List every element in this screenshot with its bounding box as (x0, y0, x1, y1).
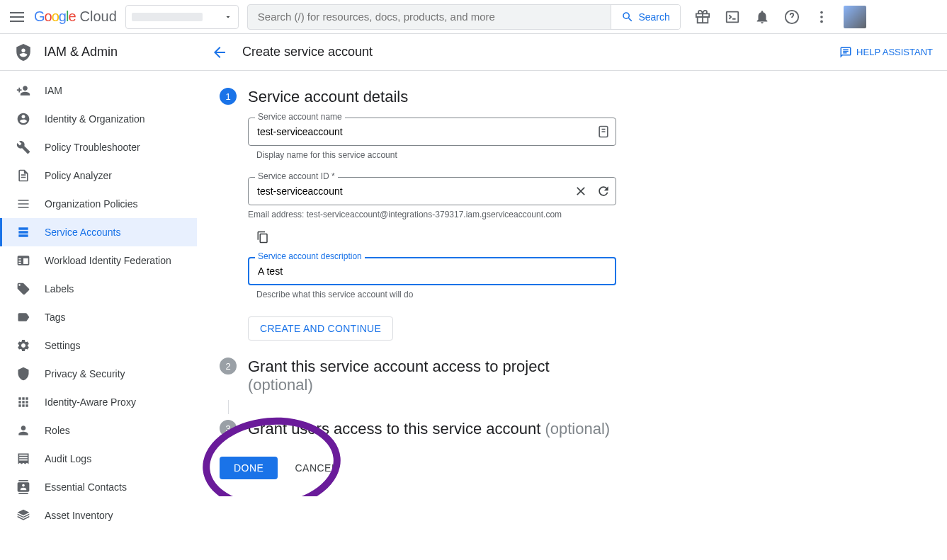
section-header: IAM & Admin (0, 34, 197, 71)
sidebar-item-settings[interactable]: Settings (0, 331, 197, 360)
service-account-icon (16, 225, 30, 239)
name-label: Service account name (255, 112, 345, 122)
account-circle-icon (16, 112, 30, 126)
sidebar-item-privacy-security[interactable]: Privacy & Security (0, 360, 197, 388)
main-content: Create service account HELP ASSISTANT 1 … (197, 34, 947, 560)
sidebar-item-label: Roles (45, 425, 70, 436)
sidebar-item-label: Service Accounts (45, 227, 120, 238)
help-assistant-label: HELP ASSISTANT (856, 47, 933, 57)
sidebar-item-org-policies[interactable]: Organization Policies (0, 190, 197, 218)
sidebar-item-label: Policy Troubleshooter (45, 142, 140, 153)
name-field: Service account name (248, 118, 616, 146)
contact-icon[interactable] (596, 125, 611, 139)
step-1-header: 1 Service account details (220, 88, 930, 106)
description-input[interactable] (248, 257, 616, 285)
document-icon (16, 168, 30, 183)
id-label: Service account ID * (255, 171, 338, 181)
back-arrow-icon[interactable] (211, 44, 228, 61)
search-bar: Search (247, 4, 681, 30)
sidebar-item-label: Identity & Organization (45, 113, 145, 125)
help-icon[interactable] (784, 9, 800, 25)
project-name-placeholder (132, 13, 203, 21)
section-title: IAM & Admin (44, 45, 118, 59)
description-field: Service account description (248, 257, 616, 285)
done-button[interactable]: DONE (220, 457, 278, 479)
step-3-header[interactable]: 3 Grant users access to this service acc… (220, 420, 930, 438)
sidebar-item-policy-analyzer[interactable]: Policy Analyzer (0, 161, 197, 190)
badge-icon (16, 253, 30, 268)
step-2-optional: (optional) (248, 376, 313, 394)
gift-icon[interactable] (695, 9, 710, 25)
step-3-optional: (optional) (545, 420, 610, 438)
refresh-icon[interactable] (596, 184, 611, 198)
sidebar-item-label: Audit Logs (45, 453, 91, 464)
id-input[interactable] (248, 177, 616, 205)
google-cloud-logo[interactable]: Google Cloud (34, 8, 117, 25)
tag-icon (16, 282, 30, 296)
wrench-icon (16, 140, 30, 154)
step-connector (228, 400, 229, 414)
step-2-title: Grant this service account access to pro… (248, 358, 550, 394)
form-section: Service account name Display name for th… (248, 118, 616, 341)
person-add-icon (16, 84, 30, 98)
top-bar: Google Cloud Search (0, 0, 947, 34)
clear-icon[interactable] (574, 184, 588, 198)
email-helper: Email address: test-serviceaccount@integ… (248, 210, 616, 219)
search-input[interactable] (248, 5, 611, 29)
page-title: Create service account (242, 45, 373, 59)
project-selector[interactable] (125, 5, 239, 29)
sidebar-item-iap[interactable]: Identity-Aware Proxy (0, 388, 197, 416)
help-assistant-button[interactable]: HELP ASSISTANT (839, 46, 933, 59)
sidebar-item-label: IAM (45, 85, 62, 96)
menu-icon[interactable] (8, 8, 25, 25)
sidebar-item-label: Asset Inventory (45, 510, 113, 521)
search-button[interactable]: Search (611, 5, 679, 29)
sidebar-item-audit-logs[interactable]: Audit Logs (0, 445, 197, 473)
step-2-header[interactable]: 2 Grant this service account access to p… (220, 358, 930, 394)
cancel-button[interactable]: CANCEL (295, 462, 337, 474)
id-field: Service account ID * (248, 177, 616, 205)
list-icon (16, 197, 30, 211)
search-icon (621, 11, 634, 23)
sidebar-item-policy-troubleshooter[interactable]: Policy Troubleshooter (0, 133, 197, 161)
layers-icon (16, 508, 30, 522)
copy-icon[interactable] (256, 231, 269, 244)
sidebar-item-label: Labels (45, 283, 74, 295)
sidebar-item-roles[interactable]: Roles (0, 416, 197, 445)
sidebar-item-workload-identity[interactable]: Workload Identity Federation (0, 246, 197, 275)
user-avatar[interactable] (844, 6, 866, 28)
cloud-shell-icon[interactable] (725, 9, 740, 25)
sidebar-item-asset-inventory[interactable]: Asset Inventory (0, 501, 197, 530)
topbar-actions (695, 6, 866, 28)
svg-point-4 (820, 20, 823, 23)
step-3-title: Grant users access to this service accou… (248, 420, 610, 438)
description-helper: Describe what this service account will … (256, 290, 616, 299)
step-3-badge: 3 (220, 420, 237, 437)
sidebar-item-label: Organization Policies (45, 198, 138, 210)
sidebar-item-service-accounts[interactable]: Service Accounts (0, 218, 197, 246)
cloud-text: Cloud (80, 8, 117, 25)
content-area: 1 Service account details Service accoun… (197, 71, 947, 496)
sidebar-item-label: Identity-Aware Proxy (45, 396, 136, 408)
sidebar-item-label: Privacy & Security (45, 368, 125, 379)
sidebar-item-essential-contacts[interactable]: Essential Contacts (0, 473, 197, 501)
sidebar-item-tags[interactable]: Tags (0, 303, 197, 331)
grid-icon (16, 395, 30, 409)
left-column: IAM & Admin IAM Identity & Organization … (0, 34, 197, 560)
sidebar-item-label: Workload Identity Federation (45, 255, 171, 266)
sidebar-item-label: Tags (45, 312, 66, 323)
sidebar-item-labels[interactable]: Labels (0, 275, 197, 303)
dropdown-icon (224, 13, 232, 21)
person-icon (16, 423, 30, 438)
create-continue-button[interactable]: CREATE AND CONTINUE (248, 316, 393, 341)
chat-icon (839, 46, 852, 59)
step-1-title: Service account details (248, 88, 408, 106)
sidebar: IAM Identity & Organization Policy Troub… (0, 71, 197, 560)
sidebar-item-iam[interactable]: IAM (0, 76, 197, 105)
receipt-icon (16, 452, 30, 466)
sidebar-item-identity-org[interactable]: Identity & Organization (0, 105, 197, 133)
name-input[interactable] (248, 118, 616, 146)
notifications-icon[interactable] (754, 9, 770, 25)
more-icon[interactable] (814, 9, 829, 25)
iam-admin-icon (14, 43, 33, 62)
